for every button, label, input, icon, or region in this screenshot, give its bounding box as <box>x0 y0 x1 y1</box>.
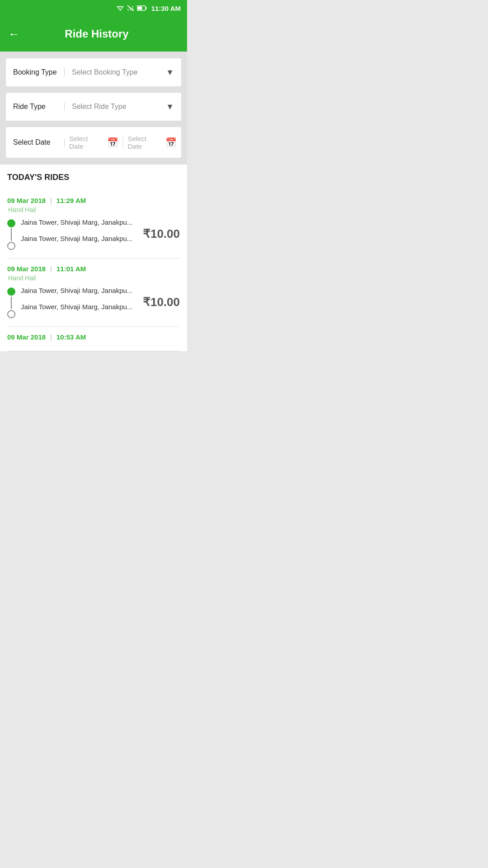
date-filter: Select Date Select Date 📅 Select Date 📅 <box>5 127 182 158</box>
ride-date: 09 Mar 2018 <box>7 265 46 273</box>
svg-rect-6 <box>130 7 131 11</box>
svg-rect-10 <box>137 7 142 10</box>
status-bar: 11:30 AM <box>0 0 187 16</box>
ride-type-label: Hand Hail <box>8 206 180 213</box>
destination-address: Jaina Tower, Shivaji Marg, Janakpu... <box>21 234 134 243</box>
filters-section: Booking Type Select Booking Type ▼ Ride … <box>0 52 187 165</box>
svg-rect-5 <box>127 9 129 11</box>
ride-type-placeholder: Select Ride Type <box>72 103 127 111</box>
route-icons <box>7 218 15 250</box>
ride-card[interactable]: 09 Mar 2018 | 10:53 AM <box>7 327 180 351</box>
ride-separator: | <box>50 197 52 204</box>
origin-dot <box>7 219 15 227</box>
date-to-input[interactable]: Select Date 📅 <box>123 135 182 150</box>
booking-type-dropdown-arrow: ▼ <box>166 68 174 77</box>
ride-price: ₹10.00 <box>139 227 180 241</box>
page-title: Ride History <box>28 28 165 40</box>
ride-date: 09 Mar 2018 <box>7 197 46 204</box>
ride-card[interactable]: 09 Mar 2018 | 11:29 AM Hand Hail Jaina T… <box>7 190 180 259</box>
back-button[interactable]: ← <box>8 28 20 40</box>
svg-rect-7 <box>132 6 133 11</box>
destination-dot <box>7 310 15 318</box>
route-addresses: Jaina Tower, Shivaji Marg, Janakpu... Ja… <box>21 286 134 311</box>
date-to-placeholder: Select Date <box>128 135 163 150</box>
ride-time: 11:01 AM <box>56 265 86 273</box>
ride-type-select[interactable]: Select Ride Type ▼ <box>65 102 181 112</box>
origin-address: Jaina Tower, Shivaji Marg, Janakpu... <box>21 286 134 295</box>
origin-dot <box>7 288 15 296</box>
booking-type-placeholder: Select Booking Type <box>72 68 138 76</box>
ride-separator: | <box>50 333 52 341</box>
ride-type-label: Ride Type <box>6 103 65 111</box>
date-inputs: Select Date 📅 Select Date 📅 <box>65 135 181 150</box>
ride-type-dropdown-arrow: ▼ <box>166 102 174 112</box>
route-icons <box>7 286 15 318</box>
booking-type-select[interactable]: Select Booking Type ▼ <box>65 68 181 77</box>
route-addresses: Jaina Tower, Shivaji Marg, Janakpu... Ja… <box>21 218 134 243</box>
booking-type-label: Booking Type <box>6 68 65 76</box>
destination-address: Jaina Tower, Shivaji Marg, Janakpu... <box>21 302 134 311</box>
calendar-from-icon: 📅 <box>107 137 118 148</box>
rides-section: TODAY'S RIDES 09 Mar 2018 | 11:29 AM Han… <box>0 165 187 351</box>
battery-icon <box>137 5 147 11</box>
ride-price: ₹10.00 <box>139 295 180 309</box>
section-title: TODAY'S RIDES <box>7 173 180 182</box>
ride-separator: | <box>50 265 52 273</box>
signal-icon <box>127 5 134 11</box>
ride-card[interactable]: 09 Mar 2018 | 11:01 AM Hand Hail Jaina T… <box>7 259 180 327</box>
app-header: ← Ride History <box>0 16 187 52</box>
ride-date: 09 Mar 2018 <box>7 333 46 341</box>
ride-type-label: Hand Hail <box>8 274 180 282</box>
date-filter-label: Select Date <box>6 138 65 146</box>
origin-address: Jaina Tower, Shivaji Marg, Janakpu... <box>21 218 134 227</box>
destination-dot <box>7 242 15 250</box>
wifi-icon <box>116 5 124 11</box>
route-line <box>11 228 12 241</box>
route-line <box>11 297 12 309</box>
date-from-input[interactable]: Select Date 📅 <box>65 135 123 150</box>
date-from-placeholder: Select Date <box>69 135 104 150</box>
ride-time: 10:53 AM <box>56 333 86 341</box>
ride-list: 09 Mar 2018 | 11:29 AM Hand Hail Jaina T… <box>7 190 180 351</box>
status-time: 11:30 AM <box>151 5 181 12</box>
calendar-to-icon: 📅 <box>165 137 177 148</box>
status-icons: 11:30 AM <box>116 5 181 12</box>
booking-type-filter: Booking Type Select Booking Type ▼ <box>5 58 182 87</box>
ride-time: 11:29 AM <box>56 197 86 204</box>
svg-rect-9 <box>145 7 146 9</box>
ride-type-filter: Ride Type Select Ride Type ▼ <box>5 92 182 121</box>
